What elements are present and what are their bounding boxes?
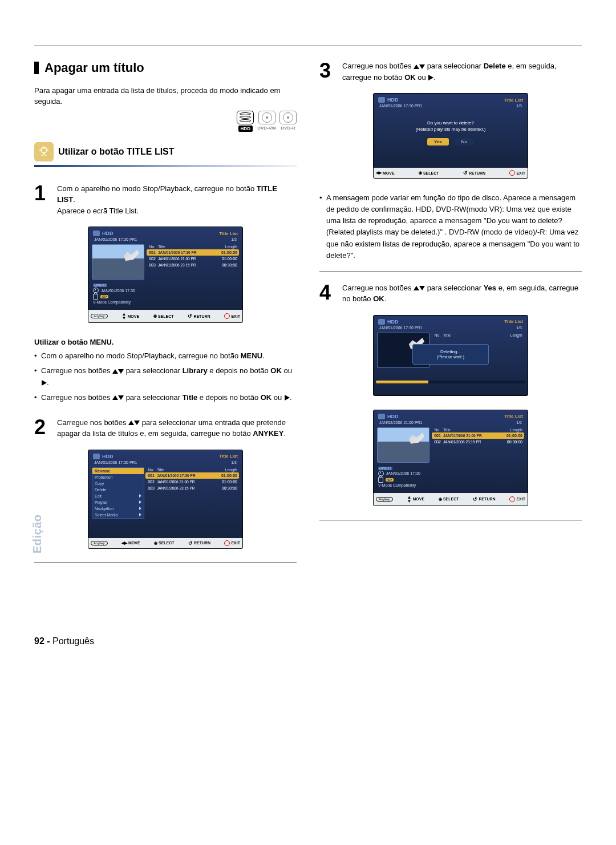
section-title: Apagar um título bbox=[34, 60, 297, 75]
menu-item: Rename bbox=[92, 468, 144, 474]
badge-dvd-rw: DVD-RW bbox=[257, 111, 276, 132]
osd-header-date: JAN/01/2006 17:30 PR1 bbox=[94, 237, 137, 241]
submenu-icon bbox=[139, 507, 141, 510]
up-icon bbox=[414, 286, 419, 290]
disc-note: A mensagem pode variar em função do tipo… bbox=[319, 192, 582, 261]
yes-button[interactable]: Yes bbox=[427, 138, 449, 145]
menu-item: Select Media bbox=[92, 512, 144, 518]
select-icon: ◉ bbox=[154, 541, 157, 545]
media-badges: HDD DVD-RW DVD-R bbox=[34, 111, 297, 132]
menu-bullet: Com o aparelho no modo Stop/Playback, ca… bbox=[34, 350, 297, 362]
hdd-icon bbox=[93, 231, 100, 236]
return-icon: ↺ bbox=[473, 496, 477, 502]
deleting-dialog: Deleting... (Please wait.) bbox=[412, 344, 489, 365]
divider bbox=[34, 563, 297, 563]
menu-item: Copy bbox=[92, 480, 144, 487]
osd-confirm-delete: HDD Title List JAN/01/2006 17:30 PR1 1/3… bbox=[373, 93, 528, 179]
osd-pager: 1/3 bbox=[231, 237, 237, 241]
page-number: 92 - bbox=[34, 636, 50, 646]
down-icon bbox=[118, 369, 124, 374]
intro-text: Para apagar uma entrada da lista de títu… bbox=[34, 86, 297, 107]
step-number: 2 bbox=[34, 417, 50, 439]
left-column: Apagar um título Para apagar uma entrada… bbox=[34, 60, 297, 573]
osd-info-date: JAN/01/2006 17:30 bbox=[101, 289, 135, 293]
down-icon bbox=[134, 421, 140, 425]
menu-bullet: Carregue nos botões para seleccionar Lib… bbox=[34, 365, 297, 388]
osd-thumbnail bbox=[92, 244, 144, 280]
menu-item: Delete bbox=[92, 487, 144, 493]
up-icon bbox=[112, 395, 118, 400]
no-button[interactable]: No bbox=[455, 138, 474, 145]
list-row: 003JAN/01/2006 23:15 PR00:30:00 bbox=[147, 262, 239, 268]
note-bullet: A mensagem pode variar em função do tipo… bbox=[319, 192, 582, 261]
step-3: 3 Carregue nos botões para seleccionar D… bbox=[319, 60, 582, 83]
text: Aparece o ecrã Title List. bbox=[57, 207, 139, 215]
deleting-msg: Deleting... bbox=[440, 349, 461, 354]
step-number: 3 bbox=[319, 60, 335, 83]
osd-side-menu: Rename Protection Copy Delete Edit Playl… bbox=[92, 467, 144, 519]
osd-title-list-label: Title List bbox=[219, 231, 238, 236]
exit-icon bbox=[509, 170, 515, 176]
text: Com o aparelho no modo Stop/Playback, ca… bbox=[57, 184, 257, 193]
lock-icon bbox=[93, 294, 98, 300]
step-4: 4 Carregue nos botões para seleccionar Y… bbox=[319, 282, 582, 305]
anykey-pill: Anykey bbox=[91, 314, 108, 318]
step-number: 1 bbox=[34, 183, 50, 217]
osd-title-list: HDD Title List JAN/01/2006 17:30 PR1 1/3… bbox=[88, 227, 243, 323]
exit-label: EXIT bbox=[231, 314, 240, 318]
osd-footer: Anykey ▲▼MOVE ◉SELECT ↺RETURN EXIT bbox=[88, 310, 242, 322]
progress-bar bbox=[376, 381, 525, 383]
confirm-msg: Do you want to delete? bbox=[427, 120, 474, 126]
disc-icon bbox=[258, 111, 275, 124]
list-row: 001JAN/01/2006 17:30 PR01:00:00 bbox=[147, 249, 239, 256]
menu-heading: Utilizar o botão MENU. bbox=[34, 338, 114, 346]
up-icon bbox=[128, 421, 134, 425]
menu-item: Navigation bbox=[92, 506, 144, 512]
osd-hdd: HDD bbox=[102, 231, 114, 236]
hdd-icon bbox=[237, 111, 254, 124]
return-icon: ↺ bbox=[463, 170, 468, 176]
return-icon: ↺ bbox=[188, 540, 193, 546]
menu-item: Protection bbox=[92, 474, 144, 480]
right-icon bbox=[428, 75, 433, 80]
step-number: 4 bbox=[319, 282, 335, 305]
list-row: 002JAN/01/2006 23:15 PR00:30:00 bbox=[432, 439, 524, 445]
divider bbox=[319, 272, 582, 272]
updown-icon: ▲▼ bbox=[407, 495, 412, 503]
page-footer: 92 - Português bbox=[34, 636, 582, 646]
deleting-wait: (Please wait.) bbox=[437, 354, 464, 359]
menu-item: Edit bbox=[92, 493, 144, 499]
exit-icon bbox=[509, 496, 515, 502]
confirm-msg-2: (Related playlists may be deleted.) bbox=[416, 127, 486, 132]
select-icon: ◉ bbox=[153, 314, 157, 318]
col-length: Length bbox=[212, 245, 239, 249]
osd-list: No.TitleLength 001JAN/01/2006 17:30 PR01… bbox=[147, 244, 239, 280]
osd-deleting: HDD Title List JAN/01/2006 17:30 PR1 1/3… bbox=[373, 315, 528, 396]
badge-hdd-label: HDD bbox=[238, 126, 253, 132]
osd-compat: V-Mode Compatibility bbox=[93, 300, 131, 304]
updown-icon: ▲▼ bbox=[122, 312, 127, 320]
list-row: 002JAN/01/2006 21:00 PR01:00:00 bbox=[147, 256, 239, 262]
down-icon bbox=[118, 395, 124, 400]
right-icon bbox=[42, 380, 47, 386]
badge-hdd: HDD bbox=[237, 111, 254, 132]
disc-icon bbox=[279, 111, 297, 124]
mpeg-badge: MPEG2 bbox=[93, 284, 107, 287]
exit-icon bbox=[224, 313, 230, 319]
sp-badge: SP bbox=[100, 295, 108, 298]
sub-heading-row: Utilizar o botão TITLE LIST bbox=[34, 142, 297, 161]
badge-dvdr-label: DVD-R bbox=[281, 126, 295, 131]
menu-bullet: Carregue nos botões para seleccionar Tit… bbox=[34, 392, 297, 403]
list-row: 001JAN/01/2006 17:30 PR01:00:00 bbox=[145, 472, 239, 479]
move-label: MOVE bbox=[127, 314, 139, 318]
return-label: RETURN bbox=[193, 314, 210, 318]
down-icon bbox=[419, 286, 425, 290]
osd-title-list-anykey: HDD Title List JAN/01/2006 17:30 PR1 1/3… bbox=[88, 450, 243, 549]
list-row: 003JAN/01/2006 23:15 PR00:30:00 bbox=[145, 485, 239, 491]
up-icon bbox=[112, 369, 118, 374]
badge-dvd-r: DVD-R bbox=[279, 111, 297, 132]
col-no: No. bbox=[147, 245, 158, 249]
list-row: 002JAN/01/2006 21:00 PR01:00:00 bbox=[145, 479, 239, 485]
down-icon bbox=[419, 64, 425, 69]
select-label: SELECT bbox=[158, 314, 174, 318]
